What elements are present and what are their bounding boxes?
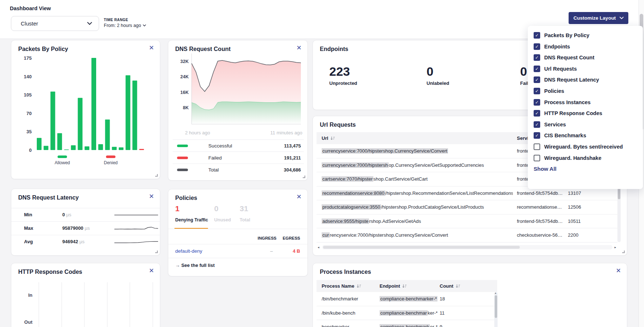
- card-title: DNS Request Latency: [18, 194, 79, 201]
- sort-icon: [456, 284, 460, 288]
- card-dns-request-count: DNS Request Count ✕ 8K16K24K32K 2 hours …: [168, 40, 308, 181]
- table-row: currencyservice:7000/hipstershop.Currenc…: [317, 228, 617, 243]
- see-full-list-link[interactable]: → See the full list: [175, 263, 215, 268]
- customize-menu-item[interactable]: ✓Process Instances: [534, 99, 637, 106]
- url-horizontal-scrollbar[interactable]: [322, 245, 612, 249]
- customize-layout-button[interactable]: Customize Layout: [569, 12, 628, 24]
- close-icon[interactable]: ✕: [149, 45, 154, 51]
- checkbox-unchecked-icon[interactable]: [534, 155, 540, 161]
- resize-handle[interactable]: [622, 251, 625, 253]
- policies-tab[interactable]: 1Denying Traffic: [175, 205, 208, 222]
- endpoint-cell: compliance-benchmarker-*: [380, 310, 438, 316]
- card-http-response-codes: HTTP Response Codes ✕ In Out: [11, 263, 160, 327]
- process-name-column-header[interactable]: Process Name: [322, 283, 361, 289]
- card-title: Process Instances: [320, 269, 371, 275]
- customize-menu-item[interactable]: Wireguard. Bytes sent/received: [534, 143, 637, 150]
- process-table-header: Process Name Endpoint Count: [317, 280, 497, 292]
- latency-stat-value: 0 µs: [62, 212, 71, 217]
- policies-tab[interactable]: 31Total: [240, 205, 250, 222]
- close-icon[interactable]: ✕: [616, 268, 621, 274]
- process-name-cell: benchmarker: [322, 324, 376, 327]
- customize-menu-item[interactable]: ✓Endpoints: [534, 43, 637, 50]
- svg-text:24K: 24K: [180, 74, 189, 79]
- url-cell: currencyservice:7000/hipstershop.Currenc…: [322, 232, 513, 238]
- scroll-right-icon[interactable]: ▸: [614, 245, 616, 249]
- close-icon[interactable]: ✕: [297, 194, 302, 200]
- tab-value: 31: [240, 205, 250, 212]
- checkbox-checked-icon[interactable]: ✓: [534, 99, 540, 106]
- close-icon[interactable]: ✕: [149, 268, 154, 274]
- legend-swatch: [177, 169, 188, 171]
- customize-menu-item[interactable]: ✓DNS Request Latency: [534, 76, 637, 83]
- time-range-value[interactable]: From: 2 hours ago: [104, 23, 146, 28]
- checkbox-checked-icon[interactable]: ✓: [534, 54, 540, 61]
- latency-row: Avg946942 µs: [11, 235, 160, 248]
- checkbox-checked-icon[interactable]: ✓: [534, 43, 540, 50]
- view-selector[interactable]: Cluster: [11, 16, 99, 31]
- checkbox-checked-icon[interactable]: ✓: [534, 132, 540, 139]
- menu-item-label: Wireguard. Handshake: [544, 155, 601, 161]
- endpoint-cell: compliance-benchmarker-*: [380, 324, 438, 327]
- tab-value: 0: [214, 205, 231, 212]
- url-column-header[interactable]: Url: [322, 135, 335, 141]
- show-all-link[interactable]: Show All: [534, 166, 637, 172]
- chevron-down-icon: [143, 24, 146, 27]
- customize-menu-item[interactable]: ✓DNS Request Count: [534, 54, 637, 61]
- resize-handle[interactable]: [155, 174, 158, 177]
- close-icon[interactable]: ✕: [149, 193, 154, 200]
- checkbox-checked-icon[interactable]: ✓: [534, 32, 540, 39]
- resize-handle[interactable]: [303, 176, 305, 178]
- checkbox-checked-icon[interactable]: ✓: [534, 88, 540, 94]
- customize-layout-label: Customize Layout: [573, 15, 616, 21]
- policy-link-default-deny[interactable]: default-deny: [175, 248, 202, 254]
- resize-handle[interactable]: [155, 251, 158, 253]
- heatmap-gridline: [153, 282, 153, 327]
- customize-menu-item[interactable]: ✓Policies: [534, 88, 637, 94]
- customize-menu-item[interactable]: ✓Packets By Policy: [534, 32, 637, 39]
- customize-menu-item[interactable]: ✓Url Requests: [534, 66, 637, 72]
- arrow-right-icon: →: [175, 263, 180, 268]
- tab-label: Denying Traffic: [175, 217, 208, 222]
- svg-text:Allowed: Allowed: [55, 160, 70, 165]
- legend-swatch: [177, 145, 188, 147]
- customize-menu-item[interactable]: Wireguard. Handshake: [534, 155, 637, 161]
- process-vertical-scrollbar[interactable]: ▲: [494, 292, 498, 327]
- close-icon[interactable]: ✕: [297, 45, 302, 51]
- customize-menu-item[interactable]: ✓Services: [534, 121, 637, 128]
- endpoint-metric: 223Unprotected: [329, 65, 357, 86]
- metric-value: 0: [427, 65, 449, 78]
- row-label-in: In: [18, 292, 32, 298]
- url-cell: recommendationservice:8080/hipstershop.R…: [322, 190, 513, 196]
- metric-label: Unlabeled: [427, 80, 449, 86]
- customize-menu-item[interactable]: ✓CIS Benchmarks: [534, 132, 637, 139]
- count-cell: 9: [440, 324, 462, 327]
- row-label-out: Out: [18, 319, 32, 325]
- url-column-label: Url: [322, 135, 328, 141]
- svg-text:Denied: Denied: [104, 160, 118, 165]
- endpoint-cell: compliance-benchmarker-*: [380, 296, 438, 302]
- count-cell: 10511: [568, 218, 597, 224]
- customize-layout-menu: ✓Packets By Policy✓Endpoints✓DNS Request…: [528, 26, 643, 189]
- endpoint-column-header[interactable]: Endpoint: [380, 283, 407, 289]
- svg-text:35: 35: [27, 129, 32, 134]
- checkbox-checked-icon[interactable]: ✓: [534, 121, 540, 128]
- scroll-left-icon[interactable]: ◂: [318, 245, 319, 249]
- checkbox-checked-icon[interactable]: ✓: [534, 110, 540, 117]
- menu-item-label: DNS Request Latency: [544, 77, 599, 83]
- checkbox-checked-icon[interactable]: ✓: [534, 76, 540, 83]
- checkbox-checked-icon[interactable]: ✓: [534, 66, 540, 72]
- checkbox-unchecked-icon[interactable]: [534, 143, 540, 150]
- count-column-header[interactable]: Count: [440, 283, 460, 289]
- tab-value: 1: [175, 205, 208, 212]
- sort-icon: [357, 284, 361, 288]
- scroll-up-icon[interactable]: ▲: [494, 292, 497, 294]
- customize-menu-item[interactable]: ✓HTTP Response Codes: [534, 110, 637, 117]
- policies-tab[interactable]: 0Unused: [214, 205, 231, 222]
- egress-column-header: EGRESS: [283, 236, 300, 240]
- count-cell: 18: [440, 296, 462, 302]
- card-title: HTTP Response Codes: [18, 269, 82, 275]
- divider: [168, 229, 307, 229]
- sort-icon: [402, 284, 407, 288]
- view-selector-value: Cluster: [21, 20, 87, 27]
- chevron-down-icon: [87, 22, 92, 25]
